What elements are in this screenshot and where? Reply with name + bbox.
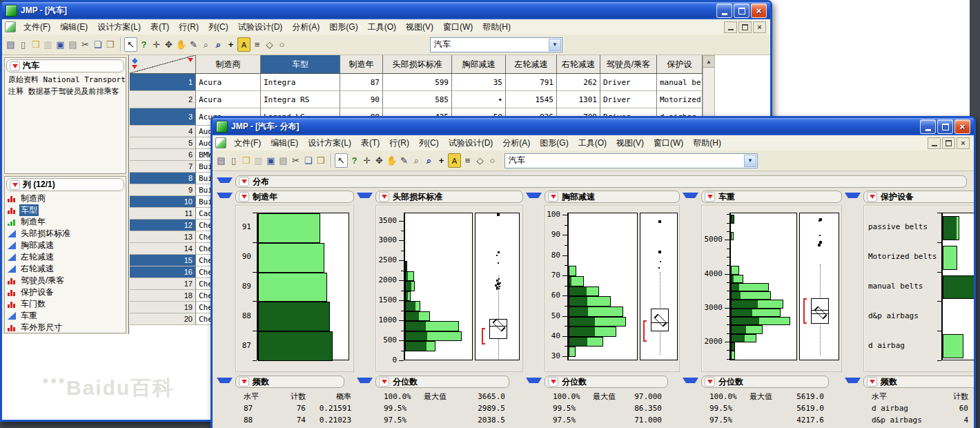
scroller-tool-icon[interactable]: ≡	[251, 38, 263, 51]
menu-item-图形(G)[interactable]: 图形(G)	[324, 20, 362, 35]
menu-item-编辑(E)[interactable]: 编辑(E)	[266, 136, 303, 150]
report-root-header[interactable]: 分布	[235, 175, 967, 188]
sidebar-item-右轮减速[interactable]: 右轮减速	[5, 263, 126, 275]
bg-titlebar[interactable]: JMP - [汽车] ×	[2, 2, 770, 19]
histogram-bar[interactable]	[405, 261, 407, 271]
panel-header[interactable]: 车重	[701, 191, 842, 203]
row-number[interactable]: 7	[130, 161, 196, 173]
histogram-bar[interactable]	[405, 281, 415, 291]
disclosure-button[interactable]	[705, 192, 715, 202]
collapse-arrow-icon[interactable]	[217, 193, 233, 202]
table-cell[interactable]: 1545	[506, 91, 557, 108]
histogram-bar[interactable]	[731, 283, 769, 291]
menu-item-表(T)[interactable]: 表(T)	[146, 20, 174, 35]
new-journal-icon[interactable]: ▤	[215, 154, 227, 167]
save-as-disabled-icon[interactable]: ▥	[42, 38, 54, 51]
table-cell[interactable]: 262	[557, 74, 600, 91]
sidebar-item-胸部减速[interactable]: 胸部减速	[5, 240, 126, 251]
table-cell[interactable]: 35	[452, 74, 506, 91]
histogram-bar[interactable]	[405, 271, 414, 281]
sidebar-item-驾驶员/乘客[interactable]: 驾驶员/乘客	[5, 275, 126, 286]
lasso-tool-icon[interactable]: ✎	[398, 154, 410, 167]
table-cell[interactable]: 90	[340, 91, 383, 108]
table-cell[interactable]: Driver	[600, 74, 657, 91]
disclosure-button[interactable]	[10, 61, 20, 71]
row-number[interactable]: 16	[130, 266, 196, 278]
fg-child-restore-button[interactable]	[942, 137, 955, 149]
move-tool-icon[interactable]: ✥	[163, 38, 175, 51]
row-number[interactable]: 3	[130, 108, 196, 126]
row-number[interactable]: 2	[130, 91, 196, 108]
sidebar-item-左轮减速[interactable]: 左轮减速	[5, 251, 126, 263]
panel-header[interactable]: 制造年	[235, 191, 354, 203]
menu-item-列(C)[interactable]: 列(C)	[204, 20, 233, 35]
fg-restore-button[interactable]	[937, 119, 953, 134]
new-data-table-icon[interactable]: ▯	[17, 38, 29, 51]
histogram-bar[interactable]	[731, 266, 739, 274]
fg-titlebar[interactable]: JMP - [汽车- 分布] ×	[213, 118, 974, 135]
collapse-arrow-icon[interactable]	[217, 177, 233, 186]
row-number[interactable]: 17	[130, 278, 196, 290]
row-number[interactable]: 8	[130, 173, 196, 184]
circle-tool-icon[interactable]: ○	[276, 38, 288, 51]
table-row[interactable]: 2AcuraIntegra RS90585•15451301DriverMoto…	[130, 91, 770, 108]
rows-menu-icon[interactable]	[188, 58, 193, 65]
scroll-up-button[interactable]: ▲	[703, 56, 714, 68]
menu-item-图形(G)[interactable]: 图形(G)	[535, 136, 573, 150]
disclosure-button[interactable]	[548, 377, 558, 387]
menu-item-试验设计(D)[interactable]: 试验设计(D)	[233, 20, 288, 35]
row-number[interactable]: 10	[130, 196, 196, 208]
histogram-bar[interactable]	[569, 317, 626, 327]
histogram-bar[interactable]	[731, 275, 743, 283]
histogram-bar[interactable]	[405, 291, 411, 301]
histogram-bar[interactable]	[405, 301, 420, 311]
histogram-bar[interactable]	[569, 307, 623, 317]
column-header-车型[interactable]: 车型	[261, 55, 340, 74]
open-icon[interactable]: ❒	[30, 38, 41, 51]
row-number[interactable]: 5	[130, 137, 196, 149]
menu-item-试验设计(D)[interactable]: 试验设计(D)	[444, 136, 498, 150]
column-header-胸部减速[interactable]: 胸部减速	[452, 55, 506, 74]
column-header-保护设[interactable]: 保护设	[657, 55, 703, 74]
disclosure-button[interactable]	[379, 377, 389, 387]
histogram-bar[interactable]	[731, 342, 735, 351]
table-cell[interactable]: Acura	[196, 74, 261, 91]
column-header-制造商[interactable]: 制造商	[196, 55, 261, 74]
polygon-tool-icon[interactable]: ◇	[474, 154, 486, 167]
histogram-bar[interactable]	[405, 311, 430, 321]
disclosure-button[interactable]	[239, 177, 249, 186]
scroller-tool-icon[interactable]: ≡	[462, 154, 473, 167]
menu-item-分析(A)[interactable]: 分析(A)	[287, 20, 324, 35]
stats-header[interactable]: 分位数	[701, 376, 829, 388]
stats-header[interactable]: 频数	[235, 376, 344, 388]
row-number[interactable]: 13	[130, 231, 196, 243]
menu-item-设计方案(L)[interactable]: 设计方案(L)	[92, 20, 146, 35]
lasso-tool-icon[interactable]: ✎	[188, 38, 199, 51]
histogram-bar[interactable]	[405, 331, 462, 341]
column-header-制造年[interactable]: 制造年	[340, 55, 383, 74]
table-cell[interactable]: 87	[340, 74, 383, 91]
histogram-bar[interactable]	[731, 291, 771, 300]
histogram-bar[interactable]	[943, 246, 957, 270]
histogram-bar[interactable]	[731, 351, 735, 359]
histogram-bar[interactable]	[258, 273, 327, 302]
cut-icon[interactable]: ✂	[79, 38, 91, 51]
crosshair-tool-icon[interactable]: +	[225, 38, 237, 51]
menu-item-工具(O)[interactable]: 工具(O)	[574, 136, 611, 150]
fg-close-button[interactable]: ×	[954, 119, 970, 134]
table-cell[interactable]: Integra	[261, 74, 340, 91]
stats-header[interactable]: 分位数	[375, 376, 509, 388]
help-tool-icon[interactable]: ?	[349, 154, 360, 167]
table-cell[interactable]: •	[452, 91, 506, 108]
copy-icon[interactable]: ❏	[302, 154, 314, 167]
copy-icon[interactable]: ❏	[92, 38, 104, 51]
collapse-arrow-icon[interactable]	[526, 193, 542, 202]
menu-item-表(T)[interactable]: 表(T)	[356, 136, 384, 150]
menu-item-文件(F)[interactable]: 文件(F)	[229, 136, 266, 150]
menu-item-编辑(E)[interactable]: 编辑(E)	[55, 20, 92, 35]
histogram-bar[interactable]	[569, 266, 576, 276]
histogram-bar[interactable]	[943, 216, 959, 240]
histogram-bar[interactable]	[405, 341, 435, 351]
row-number[interactable]: 19	[130, 302, 196, 313]
help-tool-icon[interactable]: ?	[138, 38, 150, 51]
